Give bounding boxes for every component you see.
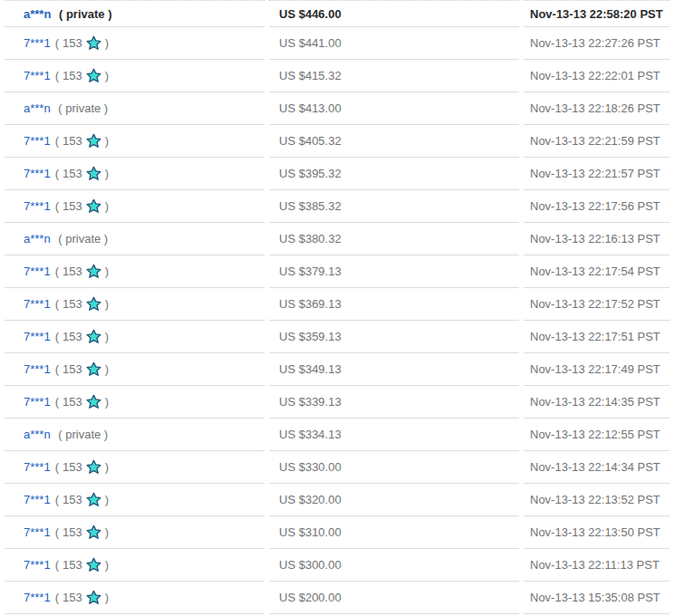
bidder-cell: a***n ( private ) xyxy=(5,223,265,255)
bidder-feedback: (153) xyxy=(55,198,109,214)
bid-amount-cell: US $330.00 xyxy=(269,451,519,484)
bidder-link[interactable]: 7***1 xyxy=(24,330,51,343)
bidder-cell: 7***1(153) xyxy=(5,255,265,288)
bid-amount-cell: US $379.13 xyxy=(269,255,519,288)
feedback-star-icon xyxy=(86,166,101,181)
bidder-link[interactable]: a***n xyxy=(24,232,51,245)
bid-amount-cell: US $200.00 xyxy=(269,582,519,614)
feedback-count: 153 xyxy=(63,558,82,572)
bidder-private-label: ( private ) xyxy=(59,7,112,21)
bidder-link[interactable]: 7***1 xyxy=(24,493,51,506)
feedback-star-icon xyxy=(86,525,101,540)
feedback-count: 153 xyxy=(63,69,82,82)
bidder-feedback: (153) xyxy=(55,166,109,181)
bidder-link[interactable]: 7***1 xyxy=(24,265,51,278)
bid-time-cell: Nov-13-13 22:14:34 PST xyxy=(524,451,669,484)
bidder-link[interactable]: 7***1 xyxy=(24,591,51,604)
bidder-link[interactable]: 7***1 xyxy=(24,297,51,311)
bidder-link[interactable]: 7***1 xyxy=(24,362,51,376)
feedback-paren-open: ( xyxy=(55,69,59,82)
bid-time-cell: Nov-13-13 22:17:51 PST xyxy=(524,321,669,353)
bid-amount-cell: US $334.13 xyxy=(269,419,519,451)
bid-row: a***n ( private ) US $446.00 Nov-13-13 2… xyxy=(5,0,669,27)
feedback-star-icon xyxy=(86,590,101,605)
bidder-cell: 7***1(153) xyxy=(5,386,265,419)
feedback-paren-close: ) xyxy=(105,265,109,278)
bidder-link[interactable]: 7***1 xyxy=(24,69,51,82)
bidder-cell: 7***1(153) xyxy=(5,321,265,353)
bid-row: a***n ( private ) US $380.32 Nov-13-13 2… xyxy=(5,223,669,255)
bidder-cell: 7***1(153) xyxy=(5,158,265,190)
bidder-feedback: (153) xyxy=(55,492,109,507)
bidder-link[interactable]: 7***1 xyxy=(24,395,51,409)
bid-amount-cell: US $441.00 xyxy=(269,27,519,60)
bidder-cell: 7***1(153) xyxy=(5,549,265,582)
bidder-cell: 7***1(153) xyxy=(5,27,265,60)
bidder-private-label: ( private ) xyxy=(58,232,108,245)
bid-amount-cell: US $339.13 xyxy=(269,386,519,419)
feedback-paren-close: ) xyxy=(105,134,109,148)
feedback-paren-open: ( xyxy=(55,493,59,506)
bid-row: 7***1(153) US $200.00 Nov-13-13 15:35:08… xyxy=(5,582,669,614)
bidder-cell: 7***1(153) xyxy=(5,353,265,386)
bidder-cell: 7***1(153) xyxy=(5,60,265,92)
bidder-link[interactable]: a***n xyxy=(24,101,51,115)
bid-row: 7***1(153) US $300.00 Nov-13-13 22:11:13… xyxy=(5,549,669,582)
bid-time-cell: Nov-13-13 22:17:52 PST xyxy=(524,288,669,321)
feedback-count: 153 xyxy=(63,199,82,213)
feedback-paren-close: ) xyxy=(105,558,109,572)
feedback-count: 153 xyxy=(63,493,82,506)
bidder-private-label: ( private ) xyxy=(58,101,108,115)
bid-amount-cell: US $446.00 xyxy=(269,0,519,27)
bid-row: 7***1(153) US $359.13 Nov-13-13 22:17:51… xyxy=(5,321,669,353)
bid-time-cell: Nov-13-13 22:58:20 PST xyxy=(524,0,669,27)
bid-time-cell: Nov-13-13 15:35:08 PST xyxy=(524,582,669,614)
feedback-paren-open: ( xyxy=(55,36,59,50)
feedback-count: 153 xyxy=(63,591,82,604)
feedback-star-icon xyxy=(86,198,101,214)
bidder-link[interactable]: a***n xyxy=(24,7,51,21)
bidder-cell: 7***1(153) xyxy=(5,582,265,614)
bidder-link[interactable]: a***n xyxy=(24,428,51,441)
feedback-paren-close: ) xyxy=(105,362,109,376)
feedback-paren-open: ( xyxy=(55,265,59,278)
bid-row: 7***1(153) US $405.32 Nov-13-13 22:21:59… xyxy=(5,125,669,158)
feedback-star-icon xyxy=(86,264,101,279)
bidder-cell: a***n ( private ) xyxy=(5,92,265,125)
bidder-cell: 7***1(153) xyxy=(5,451,265,484)
bid-amount-cell: US $320.00 xyxy=(269,484,519,516)
feedback-paren-open: ( xyxy=(55,558,59,572)
bidder-feedback: (153) xyxy=(55,394,109,409)
feedback-paren-close: ) xyxy=(105,330,109,343)
feedback-paren-close: ) xyxy=(105,167,109,180)
feedback-count: 153 xyxy=(63,330,82,343)
feedback-paren-close: ) xyxy=(105,199,109,213)
feedback-count: 153 xyxy=(63,460,82,474)
bid-amount-cell: US $359.13 xyxy=(269,321,519,353)
bidder-link[interactable]: 7***1 xyxy=(24,525,51,539)
bid-row: 7***1(153) US $395.32 Nov-13-13 22:21:57… xyxy=(5,158,669,190)
bid-time-cell: Nov-13-13 22:13:52 PST xyxy=(524,484,669,516)
bidder-link[interactable]: 7***1 xyxy=(24,134,51,148)
bid-amount-cell: US $413.00 xyxy=(269,92,519,125)
bid-time-cell: Nov-13-13 22:11:13 PST xyxy=(524,549,669,582)
feedback-paren-close: ) xyxy=(105,591,109,604)
bid-row: 7***1(153) US $379.13 Nov-13-13 22:17:54… xyxy=(5,255,669,288)
feedback-count: 153 xyxy=(63,134,82,148)
bidder-feedback: (153) xyxy=(55,590,109,605)
bidder-link[interactable]: 7***1 xyxy=(24,199,51,213)
feedback-star-icon xyxy=(86,329,101,344)
bidder-link[interactable]: 7***1 xyxy=(24,36,51,50)
bidder-cell: 7***1(153) xyxy=(5,288,265,321)
feedback-star-icon xyxy=(86,68,101,83)
feedback-count: 153 xyxy=(63,297,82,311)
feedback-paren-close: ) xyxy=(105,36,109,50)
bidder-feedback: (153) xyxy=(55,361,109,377)
bid-history-table: a***n ( private ) US $446.00 Nov-13-13 2… xyxy=(0,0,674,614)
bidder-link[interactable]: 7***1 xyxy=(24,167,51,180)
bidder-cell: a***n ( private ) xyxy=(5,419,265,451)
bidder-link[interactable]: 7***1 xyxy=(24,558,51,572)
bidder-link[interactable]: 7***1 xyxy=(24,460,51,474)
bidder-feedback: (153) xyxy=(55,35,109,51)
bid-time-cell: Nov-13-13 22:16:13 PST xyxy=(524,223,669,255)
